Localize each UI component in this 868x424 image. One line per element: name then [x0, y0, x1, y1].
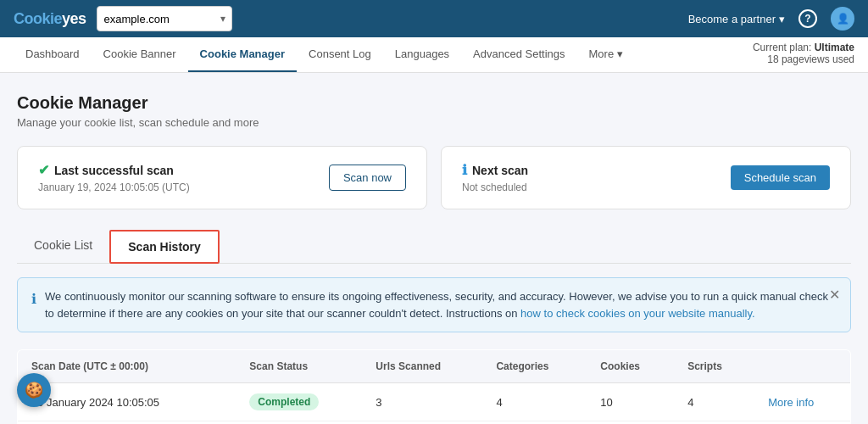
- table-row: 19 January 2024 10:05:05 Completed 3 4 1…: [18, 383, 851, 421]
- close-banner-button[interactable]: ✕: [829, 287, 840, 303]
- chevron-down-icon: ▾: [779, 13, 785, 25]
- logo-part1: Cookie: [14, 10, 62, 27]
- become-partner-label: Become a partner: [688, 13, 776, 25]
- cookie-icon: 🍪: [25, 381, 43, 399]
- schedule-scan-button[interactable]: Schedule scan: [731, 165, 830, 190]
- become-partner-link[interactable]: Become a partner ▾: [688, 13, 785, 25]
- tab-cookie-list[interactable]: Cookie List: [17, 230, 109, 264]
- cell-cookies: 10: [587, 383, 674, 421]
- info-banner-icon: ℹ: [31, 289, 36, 310]
- cell-scripts: 4: [674, 421, 754, 425]
- more-info-link[interactable]: More info: [768, 396, 814, 409]
- scan-now-button[interactable]: Scan now: [329, 165, 406, 191]
- last-scan-info: ✔ Last successful scan January 19, 2024 …: [38, 162, 190, 193]
- site-selector[interactable]: example.com: [97, 6, 232, 31]
- help-button[interactable]: ?: [798, 9, 817, 28]
- cell-urls: 3: [362, 383, 482, 421]
- col-scan-status: Scan Status: [236, 350, 362, 383]
- cell-scripts: 4: [674, 383, 754, 421]
- nav-tab-languages[interactable]: Languages: [383, 37, 461, 72]
- scan-cards: ✔ Last successful scan January 19, 2024 …: [17, 146, 851, 209]
- plan-usage: 18 pageviews used: [767, 53, 854, 65]
- table-header-row: Scan Date (UTC ± 00:00) Scan Status Urls…: [18, 350, 851, 383]
- info-banner-link[interactable]: how to check cookies on your website man…: [520, 307, 755, 320]
- cookie-widget[interactable]: 🍪: [17, 373, 51, 407]
- nav-tab-advanced-settings[interactable]: Advanced Settings: [461, 37, 576, 72]
- nav-tabs: Dashboard Cookie Banner Cookie Manager C…: [14, 37, 635, 72]
- page-title: Cookie Manager: [17, 93, 851, 113]
- next-scan-date: Not scheduled: [462, 181, 528, 193]
- cell-scan-status: Completed: [236, 383, 362, 421]
- nav-tab-cookie-manager[interactable]: Cookie Manager: [188, 37, 297, 72]
- cell-scan-status: Completed: [236, 421, 362, 425]
- check-icon: ✔: [38, 162, 49, 178]
- nav-tab-cookie-banner[interactable]: Cookie Banner: [92, 37, 188, 72]
- status-badge: Completed: [249, 393, 319, 410]
- scan-history-table: Scan Date (UTC ± 00:00) Scan Status Urls…: [17, 349, 851, 424]
- next-scan-info: ℹ Next scan Not scheduled: [462, 162, 528, 193]
- top-bar: Cookieyes example.com Become a partner ▾…: [0, 0, 868, 37]
- content-tabs: Cookie List Scan History: [17, 230, 851, 264]
- info-banner: ℹ We continuously monitor our scanning s…: [17, 277, 851, 332]
- last-scan-card: ✔ Last successful scan January 19, 2024 …: [17, 146, 427, 209]
- next-scan-card: ℹ Next scan Not scheduled Schedule scan: [441, 146, 851, 209]
- cell-scan-date: 24 November 2023 11:30:11: [18, 421, 236, 425]
- col-scan-date: Scan Date (UTC ± 00:00): [18, 350, 236, 383]
- user-avatar[interactable]: 👤: [831, 7, 854, 31]
- nav-tab-more[interactable]: More ▾: [577, 37, 635, 72]
- plan-label: Current plan:: [753, 42, 811, 53]
- col-scripts: Scripts: [674, 350, 754, 383]
- site-selector-wrap[interactable]: example.com: [97, 6, 232, 31]
- secondary-nav: Dashboard Cookie Banner Cookie Manager C…: [0, 37, 868, 73]
- logo-part2: yes: [62, 10, 86, 27]
- plan-info: Current plan: Ultimate 18 pageviews used: [753, 42, 854, 72]
- main-content: Cookie Manager Manage your cookie list, …: [0, 73, 868, 424]
- last-scan-date: January 19, 2024 10:05:05 (UTC): [38, 181, 190, 193]
- next-scan-title: ℹ Next scan: [462, 162, 528, 178]
- nav-tab-dashboard[interactable]: Dashboard: [14, 37, 92, 72]
- col-action: [754, 350, 850, 383]
- page-subtitle: Manage your cookie list, scan schedule a…: [17, 116, 851, 129]
- cell-urls: 3: [362, 421, 482, 425]
- col-cookies: Cookies: [587, 350, 674, 383]
- tab-scan-history[interactable]: Scan History: [109, 230, 220, 264]
- last-scan-label: Last successful scan: [54, 164, 174, 177]
- cell-categories: 4: [482, 383, 587, 421]
- nav-tab-consent-log[interactable]: Consent Log: [297, 37, 383, 72]
- info-circle-icon: ℹ: [462, 162, 467, 178]
- logo: Cookieyes: [14, 10, 86, 28]
- top-bar-left: Cookieyes example.com: [14, 6, 232, 31]
- col-urls-scanned: Urls Scanned: [362, 350, 482, 383]
- cell-action: More info: [754, 421, 850, 425]
- user-icon: 👤: [837, 13, 849, 25]
- cell-cookies: 12: [587, 421, 674, 425]
- cell-categories: 4: [482, 421, 587, 425]
- info-banner-text: We continuously monitor our scanning sof…: [45, 288, 837, 321]
- table-row: 24 November 2023 11:30:11 Completed 3 4 …: [18, 421, 851, 425]
- help-icon: ?: [798, 9, 817, 28]
- last-scan-title: ✔ Last successful scan: [38, 162, 190, 178]
- next-scan-label: Next scan: [472, 164, 528, 177]
- cell-action: More info ➜: [754, 383, 850, 421]
- plan-name: Ultimate: [815, 42, 854, 53]
- col-categories: Categories: [482, 350, 587, 383]
- top-bar-right: Become a partner ▾ ? 👤: [688, 7, 854, 31]
